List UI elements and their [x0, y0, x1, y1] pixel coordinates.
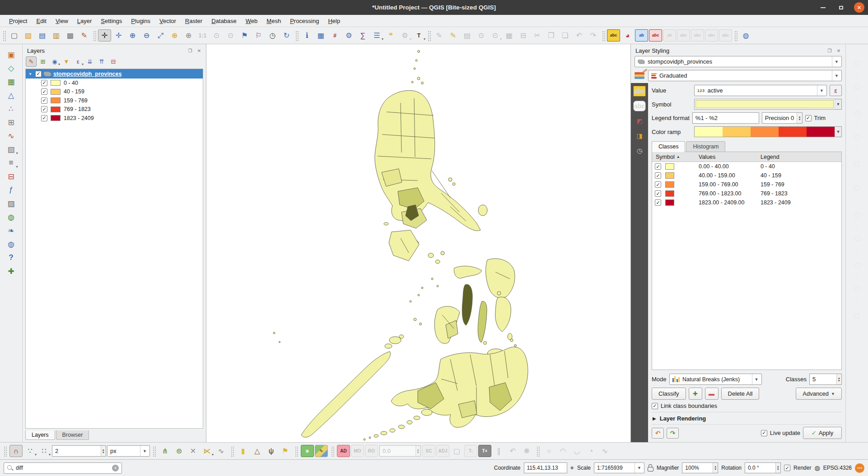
- layer-diagram-button[interactable]: ◕: [621, 29, 634, 42]
- hidden-tool-icon-04[interactable]: ◌: [851, 92, 863, 103]
- topological-editing-button[interactable]: ⋔: [159, 445, 172, 457]
- elevation-profile-button[interactable]: ∿: [5, 129, 18, 142]
- add-vector-layer-button[interactable]: ◇: [5, 62, 18, 74]
- remove-layer-button[interactable]: ⊟: [108, 56, 119, 67]
- pan-to-selection-button[interactable]: ✛: [112, 29, 125, 42]
- zoom-to-selection-button[interactable]: ⊕: [168, 29, 181, 42]
- text-larger-button[interactable]: T+: [478, 445, 491, 457]
- legend-item[interactable]: 40 - 159: [26, 88, 203, 97]
- snap-unit-combo[interactable]: px ▼: [107, 445, 150, 457]
- legend-format-input[interactable]: %1 - %2: [692, 112, 759, 124]
- cad-ro-button[interactable]: RO: [365, 445, 378, 457]
- hidden-tool-icon-01[interactable]: ▢: [851, 57, 863, 68]
- hidden-tool-icon-11[interactable]: ▢: [851, 182, 863, 193]
- snapping-mode-button[interactable]: ∵: [23, 445, 37, 457]
- measure-button[interactable]: ☰: [370, 29, 383, 42]
- mode-combo[interactable]: Natural Breaks (Jenks) ▼: [669, 374, 762, 385]
- tab-classes[interactable]: Classes: [652, 141, 685, 152]
- field-calculator-button[interactable]: #: [328, 29, 341, 42]
- class-checkbox[interactable]: [655, 172, 661, 179]
- hidden-tool-icon-02[interactable]: ◌: [851, 69, 863, 80]
- cad-distance-spinner[interactable]: 0.0 ▲▼: [379, 445, 421, 457]
- copy-features-button[interactable]: ❐: [545, 29, 558, 42]
- hidden-tool-icon-10[interactable]: ◌: [851, 170, 863, 181]
- menu-item[interactable]: Help: [323, 16, 345, 26]
- tab-layers[interactable]: Layers: [25, 430, 55, 440]
- pan-map-button[interactable]: ✛: [98, 29, 111, 42]
- add-group-button[interactable]: ⊞: [37, 56, 48, 67]
- maximize-button[interactable]: [836, 3, 846, 13]
- toolbar-handle[interactable]: [2, 30, 6, 41]
- class-row[interactable]: 40.00 - 159.00 40 - 159: [652, 171, 841, 180]
- open-layer-styling-button[interactable]: ✎: [26, 56, 37, 67]
- add-wfs-layer-button[interactable]: ◍: [5, 238, 18, 250]
- add-virtual-layer-button[interactable]: ▨: [5, 197, 18, 210]
- tab-histogram[interactable]: Histogram: [686, 141, 725, 152]
- refresh-map-button[interactable]: ↻: [280, 29, 293, 42]
- spinner-arrows-icon[interactable]: ▲▼: [797, 113, 802, 123]
- spinner-arrows-icon[interactable]: ▲▼: [836, 374, 841, 384]
- classes-table-header[interactable]: Symbol▲ Values Legend: [652, 152, 841, 162]
- toolbar-handle[interactable]: [152, 446, 156, 457]
- cad-mo-button[interactable]: MO: [351, 445, 364, 457]
- renderer-combo[interactable]: Graduated ▼: [648, 70, 842, 81]
- class-row[interactable]: 1823.00 - 2409.00 1823 - 2409: [652, 198, 841, 207]
- shape-arc-button[interactable]: ◠: [556, 445, 569, 457]
- layer-tree-row[interactable]: ▾ stompcovidph_provinces: [26, 69, 203, 79]
- labels-tab[interactable]: abc: [633, 86, 646, 97]
- layer-stack-button[interactable]: ≡: [5, 157, 18, 169]
- toolbar-handle[interactable]: [93, 30, 96, 41]
- snap-tolerance-spinner[interactable]: 2 ▲▼: [52, 445, 106, 457]
- snap-intersection-button[interactable]: ⊚: [173, 445, 186, 457]
- coordinate-input[interactable]: 115.41,13.13: [524, 462, 567, 473]
- rotate-label-button[interactable]: abc: [677, 29, 690, 42]
- cad-extra-button[interactable]: ▢: [450, 445, 463, 457]
- vertex-tool-button[interactable]: ⊙: [489, 29, 502, 42]
- digitize-button[interactable]: ⊙: [475, 29, 488, 42]
- legend-item-checkbox[interactable]: [41, 115, 47, 121]
- menu-item[interactable]: Plugins: [126, 16, 155, 26]
- class-checkbox[interactable]: [655, 199, 661, 206]
- classes-count-spinner[interactable]: 5 ▲▼: [809, 374, 842, 385]
- class-color-swatch[interactable]: [665, 163, 674, 170]
- style-redo-button[interactable]: ↷: [667, 428, 679, 439]
- change-label-button[interactable]: abc: [691, 29, 704, 42]
- menu-item[interactable]: View: [51, 16, 73, 26]
- add-mesh-layer-button[interactable]: △: [5, 89, 18, 102]
- hidden-tool-icon-16[interactable]: ◌: [851, 244, 863, 255]
- remove-layer-shortcut-button[interactable]: ⊟: [5, 170, 18, 183]
- metasearch-button[interactable]: ◍: [739, 29, 752, 42]
- expander-icon[interactable]: ▾: [28, 71, 33, 76]
- menu-item[interactable]: Vector: [155, 16, 181, 26]
- class-color-swatch[interactable]: [665, 172, 674, 179]
- highlight-labels-button[interactable]: abc: [649, 29, 662, 42]
- magnifier-spinner[interactable]: 100% ▲▼: [682, 462, 718, 473]
- zoom-next-button[interactable]: ⊙: [224, 29, 237, 42]
- shape-wave-button[interactable]: ∿: [598, 445, 611, 457]
- scale-combo[interactable]: 1:7165939 ▼: [594, 462, 644, 473]
- trim-checkbox[interactable]: [805, 115, 812, 121]
- avoid-overlap-button[interactable]: ⋉: [201, 445, 214, 457]
- symbol-preview[interactable]: ▼: [694, 99, 842, 110]
- hidden-tool-icon-12[interactable]: ◌: [851, 194, 863, 204]
- spinner-arrows-icon[interactable]: ▲▼: [101, 446, 106, 456]
- color-ramp-preview[interactable]: ▼: [694, 126, 842, 137]
- attribute-table-button[interactable]: ▦: [314, 29, 327, 42]
- new-project-button[interactable]: ▢: [8, 29, 21, 42]
- layer-rendering-label[interactable]: Layer Rendering: [660, 415, 706, 422]
- temporal-controller-button[interactable]: ◷: [266, 29, 279, 42]
- shape-curve-button[interactable]: ◡: [570, 445, 583, 457]
- zoom-last-button[interactable]: ⊙: [210, 29, 223, 42]
- rotation-spinner[interactable]: 0.0 ° ▲▼: [745, 462, 781, 473]
- hidden-tool-icon-09[interactable]: ▢: [851, 158, 863, 169]
- toolbar-handle[interactable]: [602, 30, 605, 41]
- delete-selected-button[interactable]: ⊟: [517, 29, 530, 42]
- parallel-button[interactable]: ∥: [492, 445, 505, 457]
- messages-icon[interactable]: ⋯: [855, 463, 864, 473]
- remove-class-button[interactable]: ▬: [705, 388, 719, 400]
- shape-circle-button[interactable]: ○: [542, 445, 555, 457]
- class-checkbox[interactable]: [655, 181, 661, 188]
- hidden-tool-icon-14[interactable]: ◌: [851, 221, 863, 231]
- menu-item[interactable]: Settings: [96, 16, 126, 26]
- menu-item[interactable]: Mesh: [262, 16, 285, 26]
